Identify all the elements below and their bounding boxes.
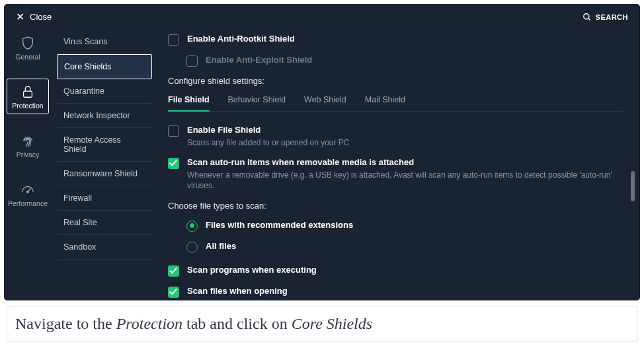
cat-label: Privacy — [17, 151, 39, 158]
label-anti-exploit: Enable Anti-Exploit Shield — [206, 55, 312, 65]
sub-item-virus-scans[interactable]: Virus Scans — [57, 30, 152, 54]
sub-nav: Virus Scans Core Shields Quarantine Netw… — [52, 26, 157, 298]
search-button[interactable]: SEARCH — [583, 13, 628, 22]
radio-recommended-extensions[interactable] — [186, 221, 198, 232]
tab-behavior-shield[interactable]: Behavior Shield — [228, 95, 286, 111]
scrollbar-thumb[interactable] — [631, 171, 635, 201]
cat-performance[interactable]: Performance — [7, 176, 49, 212]
svg-point-4 — [27, 191, 28, 192]
caption-em2: Core Shields — [292, 315, 372, 332]
label-anti-rootkit: Enable Anti-Rootkit Shield — [187, 34, 295, 44]
checkbox-scan-executing[interactable] — [168, 265, 179, 277]
radio-all-files[interactable] — [186, 242, 198, 253]
checkbox-anti-rootkit[interactable] — [168, 34, 179, 46]
instruction-caption: Navigate to the Protection tab and click… — [7, 306, 637, 341]
tab-file-shield[interactable]: File Shield — [168, 95, 210, 111]
cat-protection[interactable]: Protection — [7, 79, 49, 114]
tab-web-shield[interactable]: Web Shield — [304, 95, 346, 111]
close-icon: ✕ — [16, 11, 24, 23]
checkbox-enable-file-shield[interactable] — [168, 125, 179, 137]
cat-label: Protection — [12, 102, 43, 110]
lock-icon — [20, 85, 35, 99]
svg-rect-2 — [24, 91, 32, 97]
configure-heading: Configure shield settings: — [168, 76, 623, 86]
cat-label: Performance — [8, 199, 48, 207]
sub-item-firewall[interactable]: Firewall — [57, 186, 152, 211]
label-enable-file-shield: Enable File Shield — [187, 125, 350, 135]
cat-privacy[interactable]: Privacy — [7, 127, 49, 163]
close-button[interactable]: ✕ Close — [16, 11, 52, 23]
tab-mail-shield[interactable]: Mail Shield — [365, 95, 405, 111]
sub-item-sandbox[interactable]: Sandbox — [57, 235, 152, 260]
label-scan-executing: Scan programs when executing — [187, 265, 317, 275]
sub-item-real-site[interactable]: Real Site — [57, 211, 152, 235]
sub-item-ransomware-shield[interactable]: Ransomware Shield — [57, 162, 152, 186]
shield-outline-icon — [20, 36, 35, 50]
shield-tabs: File Shield Behavior Shield Web Shield M… — [168, 95, 623, 112]
close-label: Close — [30, 12, 52, 22]
search-icon — [583, 13, 592, 22]
checkbox-scan-autorun[interactable] — [168, 158, 179, 169]
svg-point-0 — [583, 13, 588, 18]
main-panel: Enable Anti-Rootkit Shield Enable Anti-E… — [157, 26, 640, 298]
desc-enable-file-shield: Scans any file added to or opened on you… — [187, 137, 350, 148]
caption-em1: Protection — [116, 315, 182, 332]
choose-heading: Choose file types to scan: — [168, 201, 623, 211]
top-bar: ✕ Close SEARCH — [4, 4, 640, 26]
sub-item-core-shields[interactable]: Core Shields — [57, 54, 152, 79]
label-scan-autorun: Scan auto-run items when removable media… — [187, 157, 623, 167]
caption-part1: Navigate to the — [15, 315, 116, 332]
label-scan-opening: Scan files when opening — [187, 286, 288, 296]
sub-item-remote-access-shield[interactable]: Remote Access Shield — [57, 128, 152, 162]
category-sidebar: General Protection Privacy Performance — [4, 26, 52, 298]
desc-scan-autorun: Whenever a removable drive (e.g. a USB k… — [187, 170, 623, 191]
gauge-icon — [20, 182, 35, 197]
cat-general[interactable]: General — [7, 30, 49, 65]
checkbox-scan-opening[interactable] — [168, 287, 179, 298]
caption-part3: tab and click on — [182, 315, 292, 332]
settings-window: ✕ Close SEARCH General Protection Privac… — [4, 4, 640, 300]
cat-label: General — [15, 53, 40, 61]
sub-item-quarantine[interactable]: Quarantine — [57, 79, 152, 104]
label-recommended-extensions: Files with recommended extensions — [206, 220, 353, 230]
label-all-files: All files — [206, 241, 236, 251]
svg-line-1 — [588, 18, 590, 20]
sub-item-network-inspector[interactable]: Network Inspector — [57, 104, 152, 128]
search-label: SEARCH — [596, 13, 628, 21]
checkbox-anti-exploit[interactable] — [186, 55, 198, 67]
fingerprint-icon — [20, 133, 35, 148]
